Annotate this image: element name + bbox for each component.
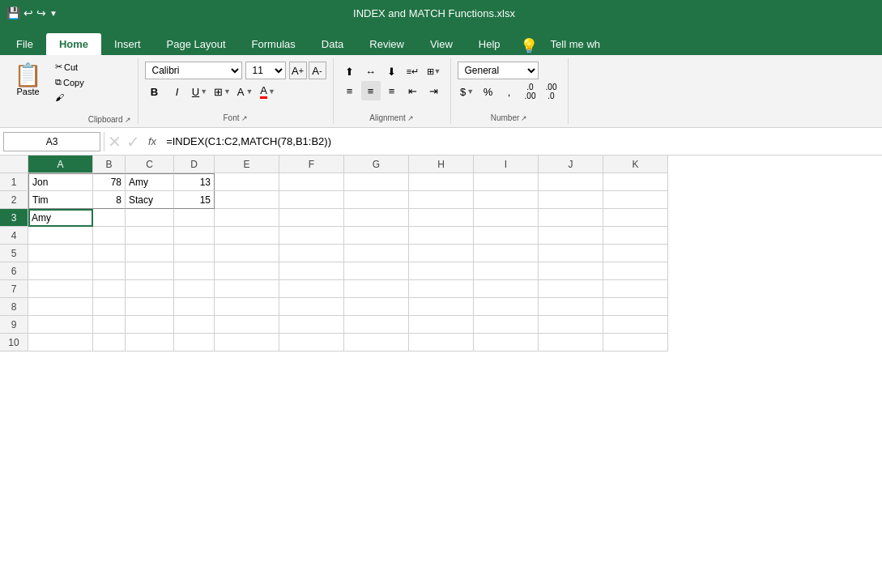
cell-f3[interactable] xyxy=(279,209,344,227)
tab-home[interactable]: Home xyxy=(46,33,101,55)
cell-j1[interactable] xyxy=(539,173,603,191)
row-header-7[interactable]: 7 xyxy=(0,280,28,298)
cell-i1[interactable] xyxy=(474,173,539,191)
increase-decimal-button[interactable]: .0.00 xyxy=(521,82,540,101)
redo-icon[interactable]: ↪ xyxy=(36,6,46,19)
cell-e2[interactable] xyxy=(215,191,279,209)
cell-a3[interactable]: Amy xyxy=(28,209,93,227)
cell-c2[interactable]: Stacy xyxy=(126,191,174,209)
cell-g3[interactable] xyxy=(344,209,409,227)
increase-font-size-button[interactable]: A+ xyxy=(289,62,307,79)
cell-i3[interactable] xyxy=(474,209,539,227)
align-right-button[interactable]: ≡ xyxy=(382,81,402,100)
corner-cell[interactable] xyxy=(0,156,28,173)
align-left-button[interactable]: ≡ xyxy=(340,81,360,100)
percent-button[interactable]: % xyxy=(479,82,498,101)
col-header-g[interactable]: G xyxy=(344,156,409,173)
col-header-e[interactable]: E xyxy=(215,156,279,173)
cell-reference-input[interactable] xyxy=(3,132,100,151)
paste-button[interactable]: 📋 Paste xyxy=(6,60,49,100)
quick-access-dropdown[interactable]: ▼ xyxy=(49,9,58,18)
decrease-decimal-button[interactable]: .00.0 xyxy=(542,82,561,101)
bold-button[interactable]: B xyxy=(145,82,164,101)
number-format-select[interactable]: General xyxy=(458,62,539,79)
border-button[interactable]: ⊞▼ xyxy=(213,82,232,101)
tab-tell-me[interactable]: Tell me wh xyxy=(538,33,613,55)
formula-input[interactable] xyxy=(163,132,879,151)
format-painter-button[interactable]: 🖌 xyxy=(51,91,88,104)
comma-button[interactable]: , xyxy=(500,82,519,101)
cell-b1[interactable]: 78 xyxy=(93,173,126,191)
merge-center-button[interactable]: ⊞▼ xyxy=(424,62,444,81)
confirm-formula-icon[interactable]: ✓ xyxy=(126,132,140,151)
cancel-formula-icon[interactable]: ✕ xyxy=(108,132,121,151)
tab-formulas[interactable]: Formulas xyxy=(239,33,309,55)
increase-indent-button[interactable]: ⇥ xyxy=(424,81,444,100)
tab-view[interactable]: View xyxy=(417,33,466,55)
cell-h1[interactable] xyxy=(409,173,474,191)
cell-c1[interactable]: Amy xyxy=(126,173,174,191)
cell-g4[interactable] xyxy=(344,227,409,245)
cell-j2[interactable] xyxy=(539,191,603,209)
col-header-k[interactable]: K xyxy=(603,156,668,173)
cell-h3[interactable] xyxy=(409,209,474,227)
cell-c4[interactable] xyxy=(126,227,174,245)
cell-f1[interactable] xyxy=(279,173,344,191)
row-header-5[interactable]: 5 xyxy=(0,245,28,262)
cell-b4[interactable] xyxy=(93,227,126,245)
decrease-indent-button[interactable]: ⇤ xyxy=(403,81,423,100)
tab-page-layout[interactable]: Page Layout xyxy=(154,33,239,55)
tab-file[interactable]: File xyxy=(3,33,46,55)
cell-f2[interactable] xyxy=(279,191,344,209)
cell-f4[interactable] xyxy=(279,227,344,245)
cell-e4[interactable] xyxy=(215,227,279,245)
cell-a1[interactable]: Jon xyxy=(28,173,93,191)
cell-h4[interactable] xyxy=(409,227,474,245)
cell-d2[interactable]: 15 xyxy=(174,191,215,209)
number-expand-icon[interactable]: ↗ xyxy=(521,114,527,122)
cell-h2[interactable] xyxy=(409,191,474,209)
cell-d4[interactable] xyxy=(174,227,215,245)
cell-c3[interactable] xyxy=(126,209,174,227)
cell-k4[interactable] xyxy=(603,227,668,245)
tab-data[interactable]: Data xyxy=(309,33,356,55)
font-size-select[interactable]: 11 xyxy=(245,62,286,79)
decrease-font-size-button[interactable]: A- xyxy=(309,62,326,79)
row-header-10[interactable]: 10 xyxy=(0,334,28,352)
font-expand-icon[interactable]: ↗ xyxy=(241,114,248,122)
cell-j3[interactable] xyxy=(539,209,603,227)
cell-i2[interactable] xyxy=(474,191,539,209)
row-header-8[interactable]: 8 xyxy=(0,298,28,316)
cell-b3[interactable] xyxy=(93,209,126,227)
save-icon[interactable]: 💾 xyxy=(6,6,20,19)
row-header-3[interactable]: 3 xyxy=(0,209,28,227)
col-header-b[interactable]: B xyxy=(93,156,126,173)
col-header-c[interactable]: C xyxy=(126,156,174,173)
cell-g2[interactable] xyxy=(344,191,409,209)
cell-d1[interactable]: 13 xyxy=(174,173,215,191)
cell-k1[interactable] xyxy=(603,173,668,191)
cell-b2[interactable]: 8 xyxy=(93,191,126,209)
alignment-expand-icon[interactable]: ↗ xyxy=(407,114,414,122)
wrap-text-button[interactable]: ≡↵ xyxy=(403,62,423,81)
cell-e3[interactable] xyxy=(215,209,279,227)
align-bottom-button[interactable]: ⬇ xyxy=(382,62,402,81)
cell-k3[interactable] xyxy=(603,209,668,227)
cell-g1[interactable] xyxy=(344,173,409,191)
cell-i4[interactable] xyxy=(474,227,539,245)
clipboard-expand-icon[interactable]: ↗ xyxy=(125,116,131,124)
align-top-button[interactable]: ⬆ xyxy=(340,62,360,81)
align-center-button[interactable]: ≡ xyxy=(361,81,381,100)
italic-button[interactable]: I xyxy=(168,82,187,101)
font-family-select[interactable]: Calibri xyxy=(145,62,242,79)
row-header-4[interactable]: 4 xyxy=(0,227,28,245)
align-middle-button[interactable]: ↔ xyxy=(361,62,381,81)
row-header-6[interactable]: 6 xyxy=(0,262,28,280)
font-color-button[interactable]: A▼ xyxy=(258,82,278,101)
fill-color-button[interactable]: A▼ xyxy=(236,82,255,101)
tab-review[interactable]: Review xyxy=(356,33,417,55)
col-header-h[interactable]: H xyxy=(409,156,474,173)
underline-button[interactable]: U▼ xyxy=(190,82,210,101)
cell-e1[interactable] xyxy=(215,173,279,191)
cell-j4[interactable] xyxy=(539,227,603,245)
